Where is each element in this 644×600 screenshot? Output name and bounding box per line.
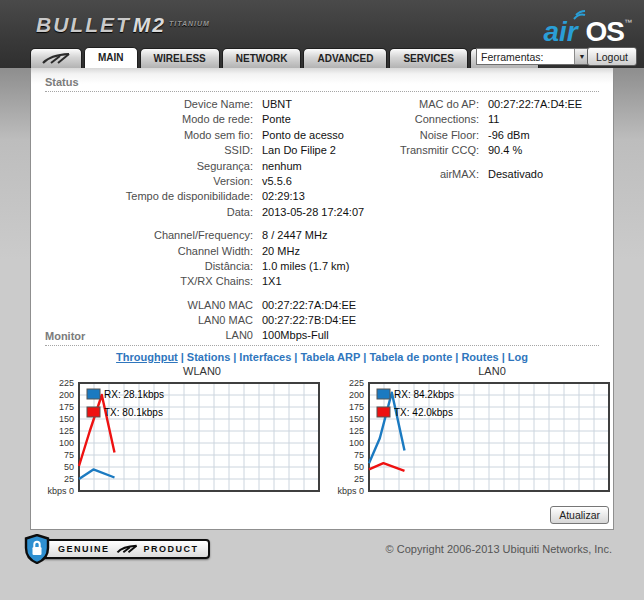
field-group: MAC do AP:00:27:22:7A:D4:EEConnections:1… [337,97,582,159]
tab-advanced[interactable]: ADVANCED [303,48,387,68]
field-label: TX/RX Chains: [45,274,253,289]
wlan0-throughput-chart: 225200175150125100755025kbps 0RX: 28.1kb… [37,380,325,502]
tab-services[interactable]: SERVICES [389,48,467,68]
field-label: Transmitir CCQ: [337,143,479,158]
monitor-links: Throughput|Stations|Interfaces|Tabela AR… [31,351,613,363]
field-value: -96 dBm [488,129,530,141]
badge-product-text: PRODUCT [144,544,199,554]
field-value: Ponte [262,113,291,125]
field-row: airMAX:Desativado [337,167,582,182]
legend-swatch [377,389,390,399]
monitor-link-log[interactable]: Log [508,351,528,363]
y-axis-tick: 150 [349,414,364,424]
field-row: Distância:1.0 miles (1.7 km) [45,259,364,274]
y-axis-unit-label: kbps 0 [337,486,364,496]
y-axis-tick: 175 [349,402,364,412]
y-axis-tick: 225 [349,380,364,388]
field-label: Modo sem fio: [45,128,253,143]
shield-lock-icon [24,534,50,564]
airos-window: BULLETM2TITANIUM air OS™ MAINWIRELESSNET… [0,0,644,600]
status-left-column: Device Name:UBNTModo de rede:PonteModo s… [45,97,364,344]
legend-swatch [377,407,390,417]
legend-swatch [87,389,100,399]
field-group: Channel/Frequency:8 / 2447 MHzChannel Wi… [45,228,364,290]
field-label: Channel Width: [45,244,253,259]
tab-bar: MAINWIRELESSNETWORKADVANCEDSERVICESSYSTE… [30,47,541,68]
monitor-section-title: Monitor [45,330,599,346]
link-separator: | [230,351,239,363]
field-value: 1X1 [262,275,282,287]
field-label: airMAX: [337,167,479,182]
monitor-link-interfaces[interactable]: Interfaces [239,351,291,363]
field-group: Device Name:UBNTModo de rede:PonteModo s… [45,97,364,220]
chart-title-lan0: LAN0 [327,365,615,377]
tab-wireless[interactable]: WIRELESS [140,48,220,68]
field-value: 02:29:13 [262,190,305,202]
legend-label: TX: 80.1kbps [104,407,163,418]
field-row: TX/RX Chains:1X1 [45,274,364,289]
field-value: 2013-05-28 17:24:07 [262,206,364,218]
field-label: Version: [45,174,253,189]
field-label: MAC do AP: [337,97,479,112]
genuine-product-label: GENUINE PRODUCT [36,539,210,559]
legend-swatch [87,407,100,417]
legend-label: RX: 28.1kbps [104,389,164,400]
product-edition: TITANIUM [169,20,210,27]
field-label: SSID: [45,143,253,158]
chart-title-wlan0: WLAN0 [37,365,325,377]
field-value: nenhum [262,160,302,172]
field-label: WLAN0 MAC [45,298,253,313]
tab-ubiquiti-logo[interactable] [30,48,82,68]
copyright-text: © Copyright 2006-2013 Ubiquiti Networks,… [386,543,612,555]
field-value: Ponto de acesso [262,129,344,141]
tools-dropdown[interactable]: Ferramentas: ▼ [476,48,590,65]
field-value: 00:27:22:7A:D4:EE [262,299,356,311]
field-row: Noise Floor:-96 dBm [337,128,582,143]
y-axis-tick: 200 [349,390,364,400]
refresh-button[interactable]: Atualizar [550,506,609,524]
tab-main[interactable]: MAIN [84,47,138,68]
field-row: Channel Width:20 MHz [45,244,364,259]
field-label: Segurança: [45,159,253,174]
badge-genuine-text: GENUINE [58,544,110,554]
field-row: Channel/Frequency:8 / 2447 MHz [45,228,364,243]
y-axis-tick: 175 [59,402,74,412]
field-value: 00:27:22:7B:D4:EE [262,314,356,326]
monitor-link-stations[interactable]: Stations [187,351,230,363]
product-model: M2 [133,13,166,36]
tab-network[interactable]: NETWORK [222,48,302,68]
field-row: Data:2013-05-28 17:24:07 [45,205,364,220]
link-separator: | [178,351,187,363]
y-axis-tick: 225 [59,380,74,388]
monitor-link-routes[interactable]: Routes [461,351,498,363]
y-axis-tick: 100 [349,438,364,448]
wlan0-chart-block: WLAN0 225200175150125100755025kbps 0RX: … [37,365,325,504]
y-axis-unit-label: kbps 0 [47,486,74,496]
field-row: WLAN0 MAC00:27:22:7A:D4:EE [45,298,364,313]
field-label: Noise Floor: [337,128,479,143]
airos-logo-air: air [544,16,586,47]
monitor-link-tabela-arp[interactable]: Tabela ARP [300,351,360,363]
field-label: Tempo de disponibilidade: [45,189,253,204]
field-row: Modo de rede:Ponte [45,112,364,127]
field-row: Modo sem fio:Ponto de acesso [45,128,364,143]
y-axis-tick: 150 [59,414,74,424]
field-value: 1.0 miles (1.7 km) [262,260,349,272]
status-right-column: MAC do AP:00:27:22:7A:D4:EEConnections:1… [337,97,582,182]
top-header: BULLETM2TITANIUM air OS™ MAINWIRELESSNET… [0,0,644,68]
status-section-title: Status [45,76,599,92]
y-axis-tick: 100 [59,438,74,448]
monitor-link-throughput[interactable]: Throughput [116,351,178,363]
field-row: Version:v5.5.6 [45,174,364,189]
airos-logo-os: OS [586,16,624,47]
ubiquiti-antenna-icon [41,52,71,65]
lan0-chart-block: LAN0 225200175150125100755025kbps 0RX: 8… [327,365,615,504]
link-separator: | [499,351,508,363]
field-label: LAN0 MAC [45,313,253,328]
field-label: Channel/Frequency: [45,228,253,243]
logout-button[interactable]: Logout [587,47,637,66]
field-label: Device Name: [45,97,253,112]
monitor-link-tabela-de-ponte[interactable]: Tabela de ponte [369,351,452,363]
field-row: Device Name:UBNT [45,97,364,112]
y-axis-tick: 50 [64,462,74,472]
